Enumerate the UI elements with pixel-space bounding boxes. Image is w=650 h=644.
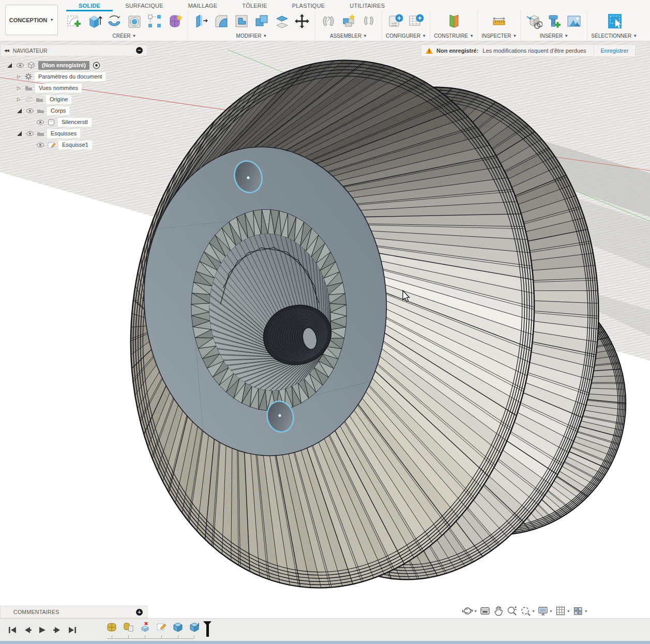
- insert-derive-icon[interactable]: [524, 11, 543, 31]
- tree-label[interactable]: Vues nommées: [35, 84, 82, 93]
- tree-label[interactable]: Origine: [46, 95, 71, 104]
- group-creer: CRÉER▼: [61, 10, 188, 40]
- group-label-construire[interactable]: CONSTRUIRE▼: [434, 32, 474, 39]
- tree-row-bodies[interactable]: Corps: [0, 105, 147, 116]
- tree-row-sketches[interactable]: Esquisses: [0, 128, 147, 139]
- measure-icon[interactable]: [490, 11, 508, 31]
- group-construire: CONSTRUIRE▼: [430, 10, 478, 40]
- fit-icon[interactable]: ▼: [520, 605, 535, 617]
- extrude-icon[interactable]: [85, 11, 103, 31]
- feature-mesh[interactable]: [123, 621, 134, 633]
- create-sketch-icon[interactable]: [65, 11, 83, 31]
- press-pull-icon[interactable]: [192, 11, 210, 31]
- tree-row-named-views[interactable]: ▷ Vues nommées: [0, 82, 147, 94]
- tree-row-document-settings[interactable]: ▷ Paramètres du document: [0, 71, 147, 82]
- orbit-icon[interactable]: ▼: [462, 605, 477, 617]
- tab-surfacique[interactable]: SURFACIQUE: [113, 1, 176, 11]
- group-label-inserer[interactable]: INSÉRER▼: [540, 32, 568, 39]
- expand-comments-icon[interactable]: +: [136, 609, 143, 616]
- insert-fastener-icon[interactable]: [545, 11, 563, 31]
- body-icon: [47, 118, 55, 126]
- tab-plastique[interactable]: PLASTIQUE: [280, 1, 338, 11]
- group-label-inspecter[interactable]: INSPECTER▼: [481, 32, 517, 39]
- group-label-assembler[interactable]: ASSEMBLER▼: [330, 32, 367, 39]
- configuration-table-icon[interactable]: [407, 11, 426, 31]
- form-icon[interactable]: [165, 11, 184, 31]
- document-title[interactable]: (Non enregistré): [38, 61, 89, 70]
- tree-label[interactable]: Esquisses: [47, 129, 80, 138]
- collapse-panel-icon[interactable]: ◀◀: [4, 49, 9, 53]
- conception-dropdown[interactable]: CONCEPTION ▼: [5, 5, 58, 35]
- feature-extrude-1[interactable]: [172, 621, 184, 633]
- group-label-modifier[interactable]: MODIFIER▼: [236, 32, 267, 39]
- split-body-icon[interactable]: [273, 11, 291, 31]
- folder-icon: [37, 131, 44, 136]
- tab-solide[interactable]: SOLIDE: [66, 1, 113, 11]
- minimize-browser-icon[interactable]: −: [136, 47, 143, 54]
- expand-icon[interactable]: ▷: [17, 96, 21, 102]
- feature-extrude-2[interactable]: [189, 621, 200, 633]
- tab-utilitaires[interactable]: UTILITAIRES: [337, 1, 397, 11]
- warning-title: Non enregistré:: [436, 48, 478, 54]
- joint-origin-icon[interactable]: [359, 11, 378, 31]
- group-label-creer[interactable]: CRÉER▼: [113, 32, 137, 39]
- chevron-down-icon: ▼: [50, 18, 54, 22]
- move-icon[interactable]: [293, 11, 311, 31]
- look-at-icon[interactable]: [479, 605, 491, 617]
- grid-icon[interactable]: ▼: [555, 605, 570, 617]
- tree-row-body-silencerstl[interactable]: Silencerstl: [0, 116, 147, 128]
- eye-icon[interactable]: [36, 119, 44, 125]
- tree-row-root[interactable]: (Non enregistré): [0, 59, 147, 71]
- group-label-configurer[interactable]: CONFIGURER▼: [386, 32, 426, 39]
- step-back-button[interactable]: [22, 625, 33, 635]
- go-to-start-button[interactable]: [7, 625, 18, 635]
- tree-label[interactable]: Silencerstl: [58, 118, 92, 127]
- tree-label[interactable]: Corps: [47, 106, 69, 115]
- insert-image-icon[interactable]: [565, 11, 583, 31]
- hole-icon[interactable]: [125, 11, 144, 31]
- timeline-position-marker[interactable]: [206, 621, 209, 637]
- step-forward-button[interactable]: [52, 625, 63, 635]
- comments-panel[interactable]: COMMENTAIRES +: [0, 606, 147, 618]
- combine-icon[interactable]: [252, 11, 271, 31]
- tree-label[interactable]: Esquisse1: [58, 141, 92, 149]
- tree-row-sketch1[interactable]: Esquisse1: [0, 139, 147, 150]
- feature-sketch[interactable]: [156, 621, 167, 633]
- eye-icon[interactable]: [16, 63, 24, 68]
- expand-icon[interactable]: ▷: [17, 73, 21, 80]
- eye-icon[interactable]: [36, 142, 44, 148]
- tab-maillage[interactable]: MAILLAGE: [176, 1, 230, 11]
- tab-tolerie[interactable]: TÔLERIE: [230, 1, 279, 11]
- pattern-icon[interactable]: [145, 11, 164, 31]
- group-label-selectionner[interactable]: SÉLECTIONNER▼: [591, 32, 637, 39]
- tree-label[interactable]: Paramètres du document: [35, 72, 106, 81]
- joint-icon[interactable]: [319, 11, 338, 31]
- fillet-icon[interactable]: [212, 11, 231, 31]
- activate-radio-icon[interactable]: [93, 62, 100, 69]
- group-selectionner: SÉLECTIONNER▼: [587, 10, 641, 40]
- eye-off-icon[interactable]: [25, 96, 33, 102]
- save-button[interactable]: Enregistrer: [594, 45, 636, 56]
- timeline-features: [106, 621, 209, 639]
- sketch-icon: [47, 141, 56, 149]
- eye-icon[interactable]: [26, 108, 34, 114]
- shell-icon[interactable]: [232, 11, 251, 31]
- feature-form[interactable]: [106, 621, 117, 633]
- zoom-icon[interactable]: [506, 605, 518, 617]
- feature-delete-face[interactable]: [139, 621, 150, 633]
- select-icon[interactable]: [605, 11, 624, 31]
- browser-header[interactable]: ◀◀ NAVIGATEUR −: [0, 44, 147, 56]
- revolve-icon[interactable]: [105, 11, 124, 31]
- new-component-icon[interactable]: [339, 11, 358, 31]
- eye-icon[interactable]: [26, 131, 34, 136]
- construct-plane-icon[interactable]: [445, 11, 463, 31]
- ribbon-tabs: SOLIDE SURFACIQUE MAILLAGE TÔLERIE PLAST…: [66, 1, 397, 11]
- go-to-end-button[interactable]: [67, 625, 78, 635]
- pan-icon[interactable]: [493, 605, 504, 617]
- display-settings-icon[interactable]: ▼: [537, 605, 553, 617]
- tree-row-origin[interactable]: ▷ Origine: [0, 94, 147, 105]
- viewports-icon[interactable]: ▼: [572, 605, 588, 617]
- configuration-icon[interactable]: [387, 11, 405, 31]
- expand-icon[interactable]: ▷: [17, 85, 21, 91]
- play-button[interactable]: [37, 625, 48, 635]
